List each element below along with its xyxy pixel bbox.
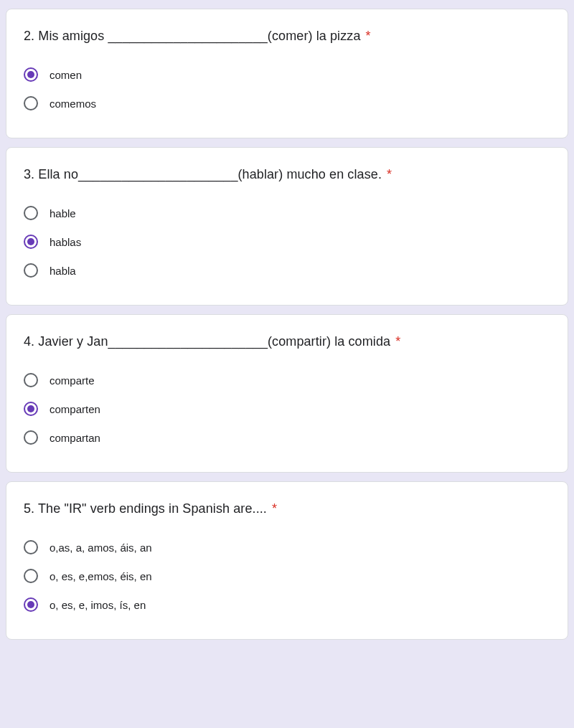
radio-icon [24,96,38,110]
question-card-3: 3. Ella no______________________(hablar)… [6,147,568,306]
option-habla[interactable]: habla [24,256,550,285]
option-label: compartan [50,432,100,444]
radio-icon [24,235,38,249]
option-label: o, es, e,emos, éis, en [50,570,152,582]
question-text: 5. The "IR" verb endings in Spanish are.… [24,501,267,516]
option-comparte[interactable]: comparte [24,366,550,394]
option-label: o, es, e, imos, ís, en [50,599,146,611]
radio-icon [24,67,38,82]
question-card-4: 4. Javier y Jan______________________(co… [6,314,568,473]
option-comen[interactable]: comen [24,60,550,89]
question-text: 2. Mis amigos ______________________(com… [24,29,361,43]
radio-icon [24,373,38,387]
option-compartan[interactable]: compartan [24,423,550,452]
option-label: habla [50,265,76,277]
question-text: 4. Javier y Jan______________________(co… [24,334,390,349]
question-title: 2. Mis amigos ______________________(com… [24,27,550,46]
question-title: 3. Ella no______________________(hablar)… [24,165,550,184]
required-asterisk: * [272,501,277,516]
option-hablas[interactable]: hablas [24,227,550,256]
option-ar-endings[interactable]: o,as, a, amos, áis, an [24,533,550,562]
required-asterisk: * [387,167,392,181]
radio-icon [24,263,38,278]
option-comemos[interactable]: comemos [24,89,550,118]
option-label: o,as, a, amos, áis, an [50,542,152,554]
question-card-2: 2. Mis amigos ______________________(com… [6,9,568,138]
required-asterisk: * [366,29,371,43]
radio-icon [24,206,38,220]
option-label: hable [50,207,76,219]
option-er-endings[interactable]: o, es, e,emos, éis, en [24,562,550,590]
option-label: comen [50,69,82,81]
option-ir-endings[interactable]: o, es, e, imos, ís, en [24,590,550,619]
required-asterisk: * [395,334,400,349]
radio-icon [24,430,38,445]
radio-icon [24,569,38,583]
option-comparten[interactable]: comparten [24,394,550,423]
option-label: comparten [50,403,100,415]
option-label: hablas [50,236,81,248]
question-text: 3. Ella no______________________(hablar)… [24,167,382,181]
radio-icon [24,597,38,612]
option-label: comemos [50,98,96,110]
option-label: comparte [50,374,95,387]
option-hable[interactable]: hable [24,199,550,227]
question-card-5: 5. The "IR" verb endings in Spanish are.… [6,481,568,640]
question-title: 4. Javier y Jan______________________(co… [24,332,550,351]
question-title: 5. The "IR" verb endings in Spanish are.… [24,499,550,519]
radio-icon [24,402,38,416]
radio-icon [24,540,38,554]
